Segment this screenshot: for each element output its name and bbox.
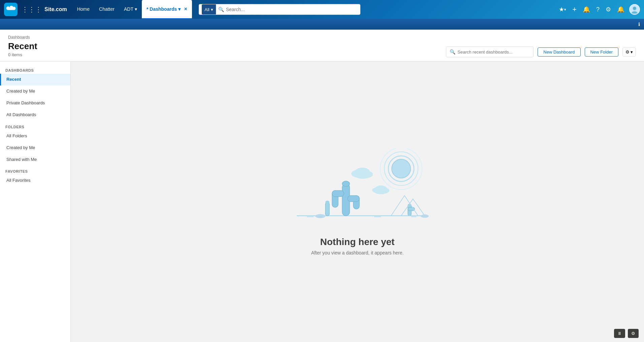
svg-point-5 xyxy=(392,159,411,178)
nav-links: Home Chatter ADT ▾ * Dashboards ▾ ✕ xyxy=(72,0,192,19)
assistant-icon-button[interactable]: 🔔 xyxy=(581,4,591,14)
svg-rect-21 xyxy=(348,196,359,202)
svg-point-12 xyxy=(355,172,371,179)
search-scope-dropdown[interactable]: All ▾ xyxy=(202,4,216,14)
new-folder-button[interactable]: New Folder xyxy=(585,47,618,57)
pause-icon: ⏸ xyxy=(617,331,622,336)
sidebar-item-all-dashboards[interactable]: All Dashboards xyxy=(0,109,70,121)
sidebar-content-wrapper: DASHBOARDS Recent Created by Me Private … xyxy=(0,62,644,342)
top-navigation: ⋮⋮⋮ Site.com Home Chatter ADT ▾ * Dashbo… xyxy=(0,0,644,19)
svg-marker-27 xyxy=(391,196,418,216)
sidebar-item-private-dashboards[interactable]: Private Dashboards xyxy=(0,97,70,109)
chevron-down-icon: ▾ xyxy=(564,7,566,12)
new-dashboard-button[interactable]: New Dashboard xyxy=(538,47,580,57)
nav-dashboards[interactable]: * Dashboards ▾ ✕ xyxy=(142,0,192,19)
breadcrumb: Dashboards xyxy=(8,35,37,40)
page-header-left: Dashboards Recent 0 items xyxy=(8,35,37,57)
settings-button[interactable]: ⚙ xyxy=(604,4,612,14)
item-count: 0 items xyxy=(8,52,37,57)
sidebar-item-shared-with-me[interactable]: Shared with Me xyxy=(0,154,70,166)
header-actions: 🔍 New Dashboard New Folder ⚙ ▾ xyxy=(446,46,636,57)
search-icon: 🔍 xyxy=(218,7,224,12)
sidebar: DASHBOARDS Recent Created by Me Private … xyxy=(0,62,71,342)
sidebar-item-created-by-me[interactable]: Created by Me xyxy=(0,86,70,97)
notifications-button[interactable]: 🔔 xyxy=(616,4,626,14)
gear-icon: ⚙ xyxy=(631,331,635,336)
chevron-down-icon: ▾ xyxy=(211,7,213,12)
favorites-button[interactable]: ★ ▾ xyxy=(557,4,568,14)
page-area: Dashboards Recent 0 items 🔍 New Dashboar… xyxy=(0,30,644,342)
list-settings-button[interactable]: ⚙ ▾ xyxy=(622,47,636,57)
content-area: Nothing here yet After you view a dashbo… xyxy=(71,62,644,342)
empty-state-subtitle: After you view a dashboard, it appears h… xyxy=(311,250,404,255)
nav-adt[interactable]: ADT ▾ xyxy=(119,0,142,19)
gear-icon: ⚙ xyxy=(625,49,630,55)
recent-search-input[interactable] xyxy=(457,49,530,55)
main-layout: Dashboards Recent 0 items 🔍 New Dashboar… xyxy=(0,30,644,342)
svg-point-30 xyxy=(421,214,429,218)
chevron-down-icon: ▾ xyxy=(178,6,181,12)
page-header: Dashboards Recent 0 items 🔍 New Dashboar… xyxy=(0,30,644,62)
search-icon: 🔍 xyxy=(450,49,455,55)
svg-rect-23 xyxy=(325,202,329,216)
chevron-down-icon: ▾ xyxy=(631,49,633,55)
site-name-label: Site.com xyxy=(44,6,67,12)
svg-point-29 xyxy=(315,214,325,218)
user-avatar[interactable] xyxy=(629,4,640,15)
empty-state-illustration xyxy=(277,148,438,226)
svg-point-16 xyxy=(374,189,388,194)
recent-search-bar: 🔍 xyxy=(446,46,534,57)
waffle-menu-icon[interactable]: ⋮⋮⋮ xyxy=(22,5,42,13)
empty-state-title: Nothing here yet xyxy=(320,237,395,247)
help-button[interactable]: ? xyxy=(595,5,601,14)
info-icon[interactable]: ℹ xyxy=(638,22,640,27)
svg-point-24 xyxy=(325,201,329,204)
sidebar-item-all-folders[interactable]: All Folders xyxy=(0,130,70,142)
pause-button[interactable]: ⏸ xyxy=(614,329,625,338)
svg-point-22 xyxy=(342,181,350,186)
nav-chatter[interactable]: Chatter xyxy=(94,0,119,19)
folders-section-label: FOLDERS xyxy=(0,121,70,130)
bottom-bar: ⏸ ⚙ xyxy=(614,329,639,338)
nav-home[interactable]: Home xyxy=(72,0,94,19)
global-search-bar: All ▾ 🔍 xyxy=(199,4,360,15)
search-input[interactable] xyxy=(226,7,358,12)
svg-point-3 xyxy=(633,7,636,9)
sidebar-item-all-favorites[interactable]: All Favorites xyxy=(0,175,70,186)
add-button[interactable]: + xyxy=(571,4,578,15)
tab-close-icon[interactable]: ✕ xyxy=(184,7,187,11)
chevron-down-icon: ▾ xyxy=(135,6,137,12)
bottom-settings-button[interactable]: ⚙ xyxy=(628,329,639,338)
sidebar-item-recent[interactable]: Recent xyxy=(0,74,70,86)
page-title: Recent xyxy=(8,41,37,52)
dashboards-section-label: DASHBOARDS xyxy=(0,64,70,74)
second-navigation: ℹ xyxy=(0,19,644,30)
svg-rect-19 xyxy=(332,191,344,197)
sidebar-item-folders-created-by-me[interactable]: Created by Me xyxy=(0,142,70,154)
favorites-section-label: FAVORITES xyxy=(0,165,70,175)
salesforce-logo[interactable] xyxy=(4,3,18,16)
top-nav-actions: ★ ▾ + 🔔 ? ⚙ 🔔 xyxy=(557,4,640,15)
